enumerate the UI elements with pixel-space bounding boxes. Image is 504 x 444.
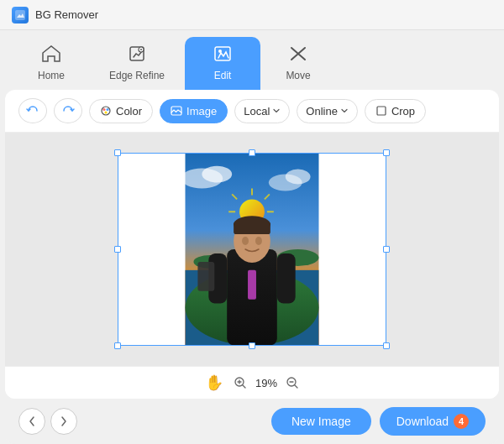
tab-move-label: Move [286,70,310,81]
color-button[interactable]: Color [89,99,153,123]
svg-point-4 [218,50,222,53]
hand-tool-icon[interactable]: ✋ [205,373,223,392]
edit-icon [213,45,232,66]
tab-edge-refine-label: Edge Refine [109,70,165,81]
nav-arrows [18,408,77,435]
app-window: BG Remover Home Edge Refine [0,0,504,444]
zoom-in-icon [234,376,247,389]
handle-bottom-right[interactable] [383,342,390,349]
undo-button[interactable] [18,98,47,123]
tab-home-label: Home [38,70,65,81]
photo-svg [118,154,386,345]
download-label: Download [396,415,449,428]
local-dropdown[interactable]: Local [234,99,290,123]
status-bar: ✋ 19% [5,366,499,399]
canvas-area[interactable] [5,133,499,366]
app-icon [12,7,29,24]
handle-top-left[interactable] [114,149,121,156]
tab-edit[interactable]: Edit [185,37,260,90]
zoom-out-button[interactable] [286,376,299,389]
handle-mid-right[interactable] [383,246,390,253]
svg-point-6 [103,108,106,111]
image-container[interactable] [118,153,386,346]
new-image-button[interactable]: New Image [271,408,371,435]
handle-bottom-mid[interactable] [249,342,255,349]
local-label: Local [244,105,270,118]
svg-rect-33 [248,270,256,300]
bottom-bar: New Image Download 4 [5,399,499,444]
app-title: BG Remover [35,8,98,21]
prev-button[interactable] [18,408,45,435]
handle-mid-left[interactable] [114,246,121,253]
svg-rect-3 [215,47,230,60]
crop-icon [375,105,387,117]
crop-button[interactable]: Crop [365,99,426,123]
next-button[interactable] [50,408,77,435]
svg-point-31 [242,237,249,245]
svg-rect-35 [277,253,296,304]
content-wrapper: Color Image Local Online [0,90,504,399]
prev-icon [28,415,36,427]
online-dropdown[interactable]: Online [297,99,358,123]
local-chevron-icon [272,107,281,115]
move-icon [289,45,307,66]
tab-home[interactable]: Home [13,37,89,90]
zoom-in-button[interactable] [234,376,247,389]
svg-point-8 [105,112,108,114]
tab-edge-refine[interactable]: Edge Refine [89,37,185,90]
svg-rect-36 [197,262,214,291]
zoom-control: 19% [234,376,299,389]
svg-rect-10 [377,107,386,115]
online-chevron-icon [340,107,349,115]
main-content: Color Image Local Online [5,90,499,399]
image-button[interactable]: Image [160,99,228,123]
handle-top-right[interactable] [383,149,390,156]
title-bar: BG Remover [0,0,504,30]
tab-edit-label: Edit [214,70,232,81]
zoom-out-icon [286,376,299,389]
handle-top-mid[interactable] [249,149,255,156]
online-label: Online [306,105,338,118]
image-label: Image [186,105,217,118]
color-label: Color [116,105,142,118]
nav-tabs: Home Edge Refine Edit [0,30,504,90]
svg-point-14 [202,166,232,183]
next-icon [60,415,68,427]
svg-rect-30 [234,222,270,234]
home-icon [42,45,60,66]
redo-button[interactable] [54,98,82,123]
svg-point-7 [107,108,109,111]
svg-point-16 [286,170,311,185]
zoom-level: 19% [255,377,277,389]
download-button[interactable]: Download 4 [380,407,486,436]
tab-move[interactable]: Move [260,37,336,90]
image-box [118,153,386,346]
crop-label: Crop [391,105,415,118]
handle-bottom-left[interactable] [114,342,121,349]
toolbar: Color Image Local Online [5,90,499,133]
download-badge: 4 [454,414,469,429]
svg-point-32 [255,237,262,245]
action-buttons: New Image Download 4 [271,407,486,436]
edge-refine-icon [128,45,146,66]
